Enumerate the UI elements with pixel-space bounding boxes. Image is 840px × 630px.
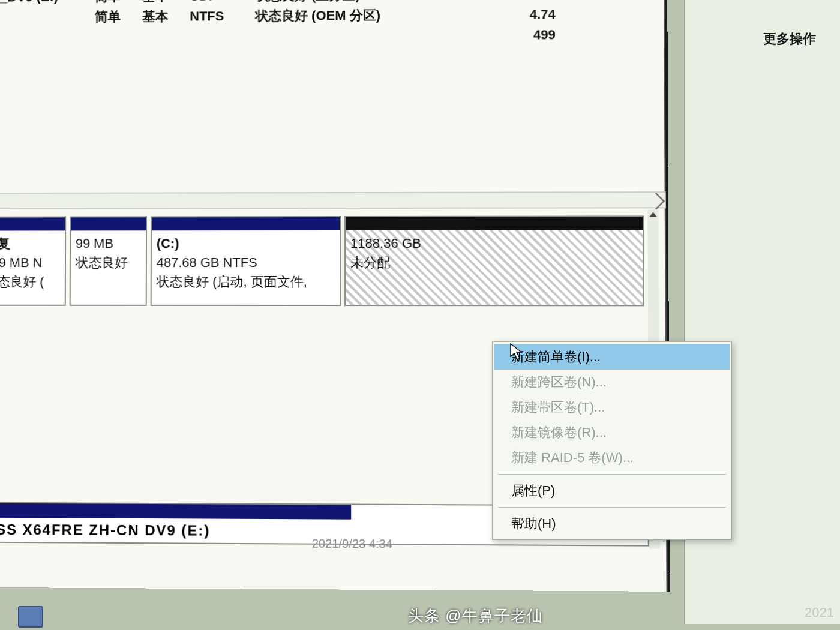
partition-size: 99 MB xyxy=(76,234,141,253)
partition-header xyxy=(346,217,643,230)
partition-status: 未分配 xyxy=(350,253,638,272)
vol-layout: 简单 xyxy=(95,0,142,7)
vol-size: 4.74 xyxy=(519,4,555,25)
vol-name xyxy=(0,7,95,28)
menu-separator xyxy=(498,474,726,475)
vol-status xyxy=(255,25,519,47)
vol-type: 基本 xyxy=(142,7,190,27)
disk-map: 恢复 499 MB N 状态良好 ( 99 MB 状态良好 (C:) 487.6… xyxy=(0,215,659,318)
vol-fs: NTFS xyxy=(190,6,255,26)
partition-unallocated[interactable]: 1188.36 GB 未分配 xyxy=(344,215,644,306)
taskbar-app-icon[interactable] xyxy=(18,606,43,628)
partition-size: 1188.36 GB xyxy=(350,234,638,253)
menu-new-striped-volume[interactable]: 新建带区卷(T)... xyxy=(494,395,730,420)
menu-help[interactable]: 帮助(H) xyxy=(494,511,730,536)
menu-new-raid5-volume[interactable]: 新建 RAID-5 卷(W)... xyxy=(494,445,730,470)
more-actions-link[interactable]: 更多操作 xyxy=(763,30,816,48)
context-menu[interactable]: 新建简单卷(I)... 新建跨区卷(N)... 新建带区卷(T)... 新建镜像… xyxy=(492,341,732,540)
partition-c[interactable]: (C:) 487.68 GB NTFS 状态良好 (启动, 页面文件, xyxy=(151,216,341,306)
horizontal-scrollbar[interactable] xyxy=(0,191,666,209)
vol-fs xyxy=(190,26,255,47)
tray-clock: 2021/9/23 4:34 xyxy=(312,537,392,551)
menu-new-spanned-volume[interactable]: 新建跨区卷(N)... xyxy=(494,370,730,395)
vol-status: 状态良好 (OEM 分区) xyxy=(256,5,520,26)
vol-fs: UDF xyxy=(190,0,255,7)
partition-header xyxy=(0,218,65,231)
watermark-text: 头条 @牛鼻子老仙 xyxy=(408,605,543,626)
table-row[interactable]: 499 xyxy=(0,24,665,48)
vol-type xyxy=(142,26,190,47)
partition-status: 状态良好 (启动, 页面文件, xyxy=(157,272,335,292)
partition-header xyxy=(0,503,351,520)
partition-name: (C:) xyxy=(157,234,335,253)
partition-size: 499 MB N xyxy=(0,253,60,272)
menu-separator xyxy=(498,507,726,508)
partition-status: 状态良好 xyxy=(76,253,141,272)
menu-new-simple-volume[interactable]: 新建简单卷(I)... xyxy=(494,344,730,370)
partition-efi[interactable]: 99 MB 状态良好 xyxy=(70,216,147,305)
partition-size: 487.68 GB NTFS xyxy=(157,253,335,272)
partition-status: 状态良好 ( xyxy=(0,272,60,292)
vol-name xyxy=(0,27,95,48)
vol-type: 基本 xyxy=(142,0,190,7)
vol-size: 499 xyxy=(519,25,555,45)
partition-header xyxy=(71,217,146,230)
partition-recovery[interactable]: 恢复 499 MB N 状态良好 ( xyxy=(0,217,66,306)
menu-new-mirrored-volume[interactable]: 新建镜像卷(R)... xyxy=(494,420,730,445)
menu-properties[interactable]: 属性(P) xyxy=(494,478,730,503)
volume-list-table[interactable]: 分区 2) 简单 基本 状态良好 (EFI 系统分区) 487 E_ZH-CN_… xyxy=(0,0,665,48)
tray-year: 2021 xyxy=(805,605,834,620)
partition-header xyxy=(152,217,340,230)
vol-layout: 简单 xyxy=(95,7,142,27)
partition-name: 恢复 xyxy=(0,234,60,253)
vol-layout xyxy=(95,27,142,47)
